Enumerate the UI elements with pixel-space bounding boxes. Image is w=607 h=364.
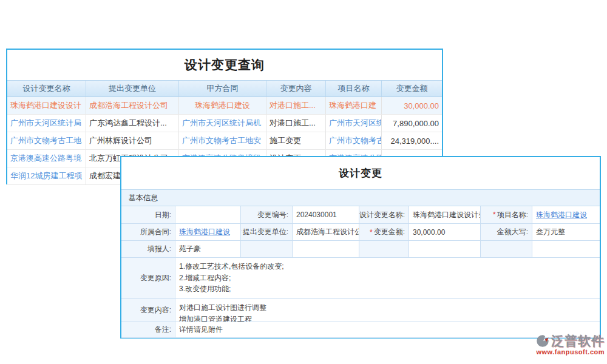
- table-row[interactable]: 广州市文物考古工地 广州林辉设计公司 广州市文物考古工地安 施工变更 广州市文物…: [7, 132, 442, 150]
- project-name-label: * 项目名称:: [481, 206, 532, 224]
- proposing-unit-label: * 提出变更单位:: [241, 224, 293, 241]
- change-content-label: 变更内容:: [121, 299, 175, 322]
- column-header-project-name: 项目名称: [326, 81, 382, 96]
- vendor-watermark: 泛普软件 www.fanpusoft.com: [520, 332, 605, 356]
- cell-change-name[interactable]: 广州市天河区统计局: [7, 115, 86, 132]
- cell-change-amount: 7,890,000.00: [382, 115, 442, 132]
- change-number-label: 变更编号:: [241, 206, 293, 224]
- change-number-field[interactable]: 2024030001: [293, 206, 359, 224]
- cell-change-content: 对港口施工...: [266, 115, 326, 132]
- basic-info-form: 日期: 变更编号: 2024030001 * 设计变更名称: 珠海鹤港口建设设计…: [121, 206, 600, 338]
- date-field[interactable]: [175, 206, 241, 224]
- remark-label: 备注:: [121, 322, 175, 338]
- screen: 设计变更查询 设计变更名称 提出变更单位 甲方合同 变更内容 项目名称 变更金额…: [0, 0, 607, 364]
- column-header-change-name: 设计变更名称: [7, 81, 86, 96]
- column-header-change-amount: 变更金额: [382, 81, 442, 96]
- empty-field: [409, 241, 481, 258]
- amount-in-words-label: 金额大写:: [481, 224, 532, 241]
- cell-proposing-unit: 广东鸿达鑫工程设计...: [86, 115, 179, 132]
- required-star: *: [493, 211, 496, 219]
- fanpu-logo-icon: [535, 334, 550, 348]
- cell-change-name[interactable]: 京港澳高速公路粤境: [7, 150, 86, 167]
- project-name-link-cell: 珠海鹤港口建设: [532, 206, 600, 224]
- cell-project-name[interactable]: 广州市文物考古: [326, 132, 382, 149]
- table-row[interactable]: 广州市天河区统计局 广东鸿达鑫工程设计... 广州市天河区统计局机 对港口施工.…: [7, 115, 442, 132]
- cell-project-name[interactable]: 广州市天河区统: [326, 115, 382, 132]
- contract-label: 所属合同:: [121, 224, 175, 241]
- cell-project-name[interactable]: 珠海鹤港口建: [326, 97, 382, 114]
- amount-in-words-field: 叁万元整: [532, 224, 600, 241]
- empty-field: [293, 241, 359, 258]
- cell-change-amount: 24,319,000....: [382, 132, 442, 149]
- table-row[interactable]: 珠海鹤港口建设设计 成都浩海工程设计公司 珠海鹤港口建设 对港口施工... 珠海…: [7, 97, 442, 115]
- empty-label: [241, 241, 293, 258]
- query-table-header-row: 设计变更名称 提出变更单位 甲方合同 变更内容 项目名称 变更金额: [7, 80, 442, 97]
- empty-field: [532, 241, 600, 258]
- cell-party-a-contract[interactable]: 广州市文物考古工地安: [179, 132, 266, 149]
- empty-label: [481, 241, 532, 258]
- date-label: 日期:: [121, 206, 175, 224]
- required-star: *: [241, 228, 242, 237]
- cell-change-name[interactable]: 华润12城房建工程项: [7, 167, 86, 184]
- watermark-brand-text: 泛普软件: [551, 332, 605, 349]
- change-name-field[interactable]: 珠海鹤港口建设设计变: [409, 206, 481, 224]
- change-amount-field[interactable]: 30,000.00: [409, 224, 481, 241]
- watermark-url-text: www.fanpusoft.com: [520, 348, 605, 356]
- change-content-field[interactable]: 对港口施工设计图进行调整 增加港口管道建设工程: [175, 299, 600, 322]
- cell-proposing-unit: 广州林辉设计公司: [86, 132, 179, 149]
- cell-change-name[interactable]: 珠海鹤港口建设设计: [7, 97, 86, 114]
- basic-info-section-header: 基本信息: [121, 189, 600, 206]
- required-star: *: [370, 228, 373, 237]
- cell-change-content: 施工变更: [266, 132, 326, 149]
- column-header-change-content: 变更内容: [266, 81, 326, 96]
- column-header-proposing-unit: 提出变更单位: [86, 81, 179, 96]
- cell-change-amount: 30,000.00: [382, 97, 442, 114]
- cell-proposing-unit: 成都浩海工程设计公司: [86, 97, 179, 114]
- change-reason-label: 变更原因:: [121, 258, 175, 299]
- proposing-unit-field[interactable]: 成都浩海工程设计公司: [293, 224, 359, 241]
- cell-party-a-contract[interactable]: 广州市天河区统计局机: [179, 115, 266, 132]
- contract-link-cell: 珠海鹤港口建设: [175, 224, 241, 241]
- design-change-detail-dialog: 设计变更 基本信息 日期: 变更编号: 2024030001 * 设计变更名称:…: [120, 156, 601, 339]
- change-name-label: * 设计变更名称:: [359, 206, 409, 224]
- dialog-title: 设计变更: [121, 157, 600, 189]
- query-panel-title: 设计变更查询: [7, 50, 442, 80]
- cell-change-name[interactable]: 广州市文物考古工地: [7, 132, 86, 149]
- change-amount-label: * 变更金额:: [359, 224, 409, 241]
- reporter-label: 填报人:: [121, 241, 175, 258]
- change-reason-field[interactable]: 1.修改工艺技术,包括设备的改变; 2.增减工程内容; 3.改变使用功能;: [175, 258, 600, 299]
- cell-party-a-contract[interactable]: 珠海鹤港口建设: [179, 97, 266, 114]
- column-header-party-a-contract: 甲方合同: [179, 81, 266, 96]
- reporter-field[interactable]: 苑子豪: [175, 241, 241, 258]
- project-name-link[interactable]: 珠海鹤港口建设: [536, 210, 587, 220]
- empty-label: [359, 241, 409, 258]
- contract-link[interactable]: 珠海鹤港口建设: [179, 227, 230, 237]
- cell-change-content: 对港口施工...: [266, 97, 326, 114]
